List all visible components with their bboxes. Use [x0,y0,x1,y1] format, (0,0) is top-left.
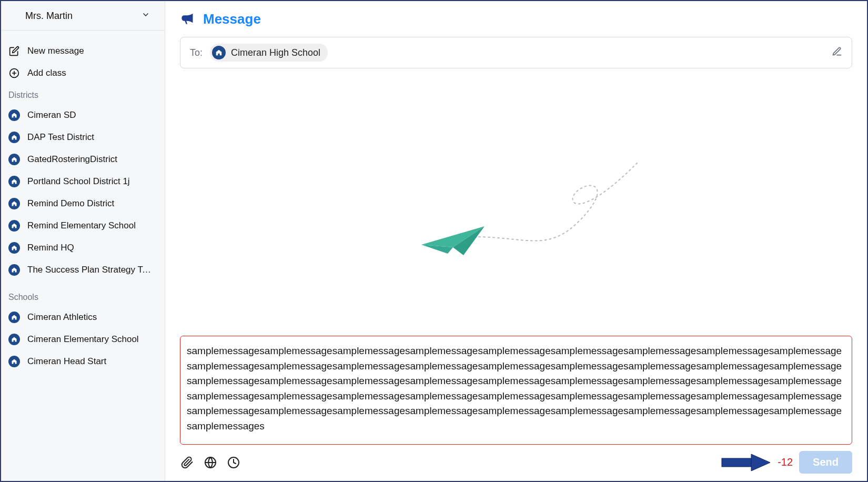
sidebar-item-label: Portland School District 1j [27,176,130,187]
chevron-down-icon [142,11,150,22]
building-icon [8,154,20,165]
sidebar-item-school[interactable]: Cimeran Elementary School [1,328,165,350]
building-icon [8,334,20,345]
sidebar-item-label: DAP Test District [27,132,94,143]
sidebar-item-district[interactable]: Remind Demo District [1,193,165,215]
main-content: Message To: Cimeran High School [165,1,867,481]
sidebar-item-label: Remind Elementary School [27,220,136,231]
add-class-button[interactable]: Add class [1,62,165,84]
building-icon [8,132,20,143]
building-icon [8,312,20,323]
character-count: -12 [778,456,793,468]
building-icon [8,242,20,254]
sidebar-item-label: The Success Plan Strategy Te... [27,265,154,275]
building-icon [8,176,20,187]
new-message-button[interactable]: New message [1,40,165,62]
to-label: To: [190,47,203,58]
building-icon [8,356,20,367]
megaphone-icon [180,11,195,27]
sidebar-item-label: GatedRosteringDistrict [27,154,117,165]
add-class-label: Add class [27,68,66,78]
edit-recipients-button[interactable] [832,46,842,59]
building-icon [8,109,20,121]
schedule-button[interactable] [226,455,241,470]
building-icon [8,220,20,232]
building-icon [8,264,20,276]
sidebar-item-district[interactable]: Remind Elementary School [1,215,165,237]
attach-button[interactable] [180,455,195,470]
send-button[interactable]: Send [799,451,852,474]
sidebar-item-label: Remind HQ [27,243,74,253]
sidebar-item-district[interactable]: Cimeran SD [1,104,165,126]
building-icon [212,46,226,59]
compose-toolbar: -12 Send [180,445,852,474]
sidebar-item-label: Cimeran SD [27,110,76,120]
sidebar-item-district[interactable]: Portland School District 1j [1,170,165,193]
recipient-chip-label: Cimeran High School [231,47,320,58]
sidebar-item-label: Cimeran Athletics [27,312,97,323]
sidebar-item-label: Remind Demo District [27,198,114,209]
sidebar: Mrs. Martin New message Add class Distri… [1,1,165,481]
new-message-label: New message [27,46,84,56]
plus-circle-icon [8,67,20,79]
sidebar-heading-schools: Schools [1,286,165,306]
sidebar-item-district[interactable]: DAP Test District [1,126,165,148]
sidebar-item-school[interactable]: Cimeran Athletics [1,306,165,328]
sidebar-item-district[interactable]: GatedRosteringDistrict [1,148,165,170]
sidebar-item-label: Cimeran Elementary School [27,334,139,345]
paper-plane-illustration [180,74,852,332]
recipient-chip[interactable]: Cimeran High School [210,44,328,62]
page-title: Message [203,11,261,27]
sidebar-item-district[interactable]: The Success Plan Strategy Te... [1,259,165,281]
recipient-box: To: Cimeran High School [180,37,852,68]
svg-rect-8 [722,458,751,467]
sidebar-heading-districts: Districts [1,84,165,104]
translate-button[interactable] [203,455,218,470]
svg-marker-9 [751,454,770,471]
annotation-arrow-icon [721,452,771,473]
building-icon [8,198,20,209]
user-dropdown[interactable]: Mrs. Martin [1,1,165,30]
user-name-label: Mrs. Martin [25,11,73,22]
compose-icon [8,45,20,57]
sidebar-item-label: Cimeran Head Start [27,356,106,367]
message-input[interactable]: samplemessagesamplemessagesamplemessages… [180,336,852,445]
sidebar-item-district[interactable]: Remind HQ [1,237,165,259]
sidebar-item-school[interactable]: Cimeran Head Start [1,350,165,373]
